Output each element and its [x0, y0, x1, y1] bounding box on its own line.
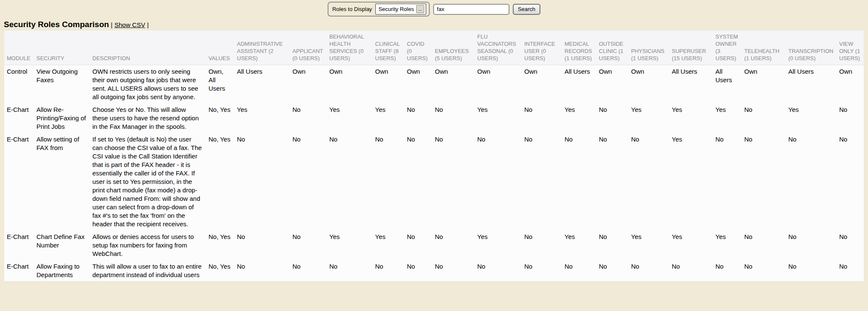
cell-medical-records: Yes: [562, 103, 596, 133]
search-button[interactable]: Search: [513, 4, 540, 15]
cell-behavioral-health-services: No: [327, 133, 373, 230]
cell-transcription: No: [786, 260, 837, 282]
cell-interface-user: No: [522, 103, 562, 133]
cell-interface-user: No: [522, 230, 562, 260]
cell-system-owner: Yes: [713, 230, 742, 260]
cell-module: E-Chart: [4, 103, 34, 133]
cell-security: Allow Re-Printing/Faxing of Print Jobs: [34, 103, 90, 133]
cell-covid: No: [404, 260, 432, 282]
show-csv-link[interactable]: Show CSV: [114, 21, 145, 28]
cell-values: No, Yes: [206, 230, 234, 260]
cell-clinical-staff: No: [373, 260, 404, 282]
cell-superuser: All Users: [669, 65, 713, 104]
column-header-security: SECURITY: [34, 31, 90, 65]
column-header-telehealth: TELEHEALTH (1 USERS): [742, 31, 786, 65]
cell-interface-user: No: [522, 133, 562, 230]
cell-physicians: Own: [629, 65, 669, 104]
cell-security: View Outgoing Faxes: [34, 65, 90, 104]
column-header-superuser: SUPERUSER (15 USERS): [669, 31, 713, 65]
cell-clinical-staff: Own: [373, 65, 404, 104]
cell-transcription: All Users: [786, 65, 837, 104]
cell-module: E-Chart: [4, 230, 34, 260]
cell-administrative-assistant: All Users: [234, 65, 290, 104]
cell-physicians: No: [629, 133, 669, 230]
cell-medical-records: No: [562, 260, 596, 282]
cell-superuser: Yes: [669, 133, 713, 230]
roles-picker-button[interactable]: ...: [416, 5, 424, 13]
column-header-system-owner: SYSTEM OWNER (3 USERS): [713, 31, 742, 65]
column-header-outside-clinic: OUTSIDE CLINIC (1 USERS): [596, 31, 629, 65]
cell-employees: No: [432, 103, 475, 133]
cell-description: This will allow a user to fax to an enti…: [90, 260, 206, 282]
cell-administrative-assistant: No: [234, 133, 290, 230]
roles-selector[interactable]: Security Roles ...: [375, 3, 426, 15]
cell-system-owner: Yes: [713, 103, 742, 133]
cell-employees: Own: [432, 65, 475, 104]
toolbar: Roles to Display Security Roles ... Sear…: [0, 0, 868, 18]
column-header-employees: EMPLOYEES (5 USERS): [432, 31, 475, 65]
column-header-view-only: VIEW ONLY (1 USERS): [837, 31, 864, 65]
cell-superuser: Yes: [669, 230, 713, 260]
cell-superuser: No: [669, 260, 713, 282]
column-header-transcription: TRANSCRIPTION (0 USERS): [786, 31, 837, 65]
table-row: ControlView Outgoing FaxesOWN restricts …: [4, 65, 864, 104]
cell-behavioral-health-services: Yes: [327, 230, 373, 260]
cell-security: Allow Faxing to Departments: [34, 260, 90, 282]
roles-to-display-label: Roles to Display: [332, 6, 372, 12]
cell-description: Allows or denies access for users to set…: [90, 230, 206, 260]
cell-module: E-Chart: [4, 133, 34, 230]
cell-module: E-Chart: [4, 260, 34, 282]
cell-outside-clinic: No: [596, 133, 629, 230]
column-header-flu-vaccinators-seasonal: FLU VACCINATORS SEASONAL (0 USERS): [475, 31, 522, 65]
cell-telehealth: No: [742, 260, 786, 282]
cell-telehealth: No: [742, 103, 786, 133]
column-header-behavioral-health-services: BEHAVIORAL HEALTH SERVICES (0 USERS): [327, 31, 373, 65]
table-row: E-ChartAllow setting of FAX fromIf set t…: [4, 133, 864, 230]
search-input[interactable]: [433, 4, 509, 15]
cell-flu-vaccinators-seasonal: No: [475, 133, 522, 230]
cell-applicant: No: [290, 133, 327, 230]
cell-clinical-staff: Yes: [373, 230, 404, 260]
cell-transcription: No: [786, 230, 837, 260]
cell-outside-clinic: Own: [596, 65, 629, 104]
cell-clinical-staff: No: [373, 133, 404, 230]
table-header-row: MODULESECURITYDESCRIPTIONVALUESADMINISTR…: [4, 31, 864, 65]
cell-security: Allow setting of FAX from: [34, 133, 90, 230]
roles-to-display-group: Roles to Display Security Roles ...: [328, 2, 430, 17]
cell-telehealth: No: [742, 230, 786, 260]
cell-covid: No: [404, 103, 432, 133]
cell-system-owner: No: [713, 133, 742, 230]
cell-covid: Own: [404, 65, 432, 104]
cell-module: Control: [4, 65, 34, 104]
cell-transcription: Yes: [786, 103, 837, 133]
cell-values: No, Yes: [206, 260, 234, 282]
column-header-applicant: APPLICANT (0 USERS): [290, 31, 327, 65]
cell-transcription: No: [786, 133, 837, 230]
cell-flu-vaccinators-seasonal: No: [475, 260, 522, 282]
cell-description: If set to Yes (default is No) the user c…: [90, 133, 206, 230]
column-header-physicians: PHYSICIANS (1 USERS): [629, 31, 669, 65]
cell-covid: No: [404, 230, 432, 260]
table-row: E-ChartChart Define Fax NumberAllows or …: [4, 230, 864, 260]
page-title: Security Roles Comparison: [4, 20, 109, 29]
cell-superuser: Yes: [669, 103, 713, 133]
column-header-covid: COVID (0 USERS): [404, 31, 432, 65]
column-header-administrative-assistant: ADMINISTRATIVE ASSISTANT (2 USERS): [234, 31, 290, 65]
cell-behavioral-health-services: Own: [327, 65, 373, 104]
cell-outside-clinic: No: [596, 260, 629, 282]
cell-view-only: No: [837, 103, 864, 133]
cell-medical-records: No: [562, 133, 596, 230]
cell-applicant: Own: [290, 65, 327, 104]
cell-view-only: No: [837, 260, 864, 282]
cell-physicians: No: [629, 260, 669, 282]
column-header-values: VALUES: [206, 31, 234, 65]
cell-description: OWN restricts users to only seeing their…: [90, 65, 206, 104]
column-header-medical-records: MEDICAL RECORDS (1 USERS): [562, 31, 596, 65]
cell-system-owner: No: [713, 260, 742, 282]
cell-applicant: No: [290, 260, 327, 282]
page-header: Security Roles Comparison | Show CSV |: [4, 20, 868, 29]
table-body: ControlView Outgoing FaxesOWN restricts …: [4, 65, 864, 282]
cell-telehealth: No: [742, 133, 786, 230]
separator: |: [111, 21, 113, 28]
cell-flu-vaccinators-seasonal: Yes: [475, 230, 522, 260]
